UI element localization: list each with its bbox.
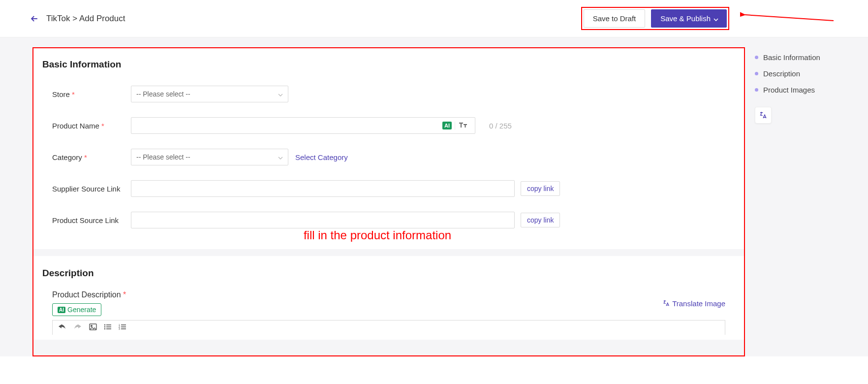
supplier-source-input[interactable] bbox=[131, 180, 515, 197]
svg-point-4 bbox=[104, 324, 106, 326]
annotation-arrow bbox=[740, 9, 838, 29]
ai-icon[interactable]: AI bbox=[442, 122, 452, 129]
svg-point-3 bbox=[91, 325, 93, 327]
category-select[interactable]: -- Please select -- bbox=[131, 149, 288, 165]
back-arrow-icon[interactable] bbox=[30, 14, 39, 24]
nav-dot-icon bbox=[755, 88, 758, 92]
category-label: Category * bbox=[42, 153, 131, 161]
translate-image-link[interactable]: Translate Image bbox=[662, 299, 725, 308]
svg-rect-5 bbox=[106, 324, 111, 325]
numbered-list-icon[interactable]: 123 bbox=[119, 323, 126, 332]
chevron-down-icon bbox=[713, 14, 717, 23]
product-name-label: Product Name * bbox=[42, 122, 131, 130]
copy-link-button[interactable]: copy link bbox=[521, 213, 560, 227]
nav-item-basic-info[interactable]: Basic Information bbox=[755, 49, 868, 65]
generate-button[interactable]: AIGenerate bbox=[52, 303, 101, 316]
nav-dot-icon bbox=[755, 56, 758, 59]
category-select-placeholder: -- Please select -- bbox=[136, 153, 190, 161]
nav-item-description[interactable]: Description bbox=[755, 65, 868, 82]
redo-icon[interactable] bbox=[73, 323, 82, 332]
undo-icon[interactable] bbox=[58, 323, 66, 332]
translate-icon bbox=[662, 299, 670, 307]
product-description-label: Product Description * bbox=[52, 290, 126, 299]
section-title-description: Description bbox=[42, 268, 735, 279]
bullet-list-icon[interactable] bbox=[104, 323, 112, 332]
save-draft-button[interactable]: Save to Draft bbox=[584, 9, 646, 28]
svg-rect-9 bbox=[106, 328, 111, 329]
section-title-basic: Basic Information bbox=[42, 59, 735, 70]
supplier-source-label: Supplier Source Link bbox=[42, 185, 131, 193]
editor-toolbar: 123 bbox=[52, 320, 725, 335]
svg-point-6 bbox=[104, 326, 106, 328]
svg-line-1 bbox=[745, 15, 834, 21]
save-publish-label: Save & Publish bbox=[660, 14, 711, 23]
store-select-placeholder: -- Please select -- bbox=[136, 90, 190, 98]
breadcrumb: TikTok > Add Product bbox=[46, 14, 125, 24]
svg-rect-7 bbox=[106, 326, 111, 327]
store-label: Store * bbox=[42, 90, 131, 98]
copy-link-button[interactable]: copy link bbox=[521, 181, 560, 196]
nav-dot-icon bbox=[755, 72, 758, 75]
translate-float-button[interactable] bbox=[755, 107, 772, 124]
product-name-input-wrap: AI bbox=[131, 117, 475, 134]
text-size-icon[interactable] bbox=[455, 122, 471, 130]
svg-rect-11 bbox=[121, 324, 126, 325]
product-name-input[interactable] bbox=[135, 122, 440, 129]
chevron-down-icon bbox=[278, 90, 283, 98]
svg-rect-13 bbox=[121, 326, 126, 327]
image-icon[interactable] bbox=[89, 323, 97, 332]
translate-icon bbox=[759, 111, 768, 120]
save-publish-button[interactable]: Save & Publish bbox=[651, 9, 727, 28]
svg-point-8 bbox=[104, 328, 106, 330]
chevron-down-icon bbox=[278, 153, 283, 161]
product-source-input[interactable] bbox=[131, 212, 515, 228]
store-select[interactable]: -- Please select -- bbox=[131, 86, 288, 102]
svg-text:3: 3 bbox=[119, 327, 120, 330]
annotation-buttons-highlight: Save to Draft Save & Publish bbox=[581, 7, 729, 30]
char-count: 0 / 255 bbox=[489, 122, 512, 130]
svg-rect-15 bbox=[121, 328, 126, 329]
select-category-link[interactable]: Select Category bbox=[295, 153, 348, 161]
product-source-label: Product Source Link bbox=[42, 216, 131, 224]
nav-item-product-images[interactable]: Product Images bbox=[755, 82, 868, 98]
ai-icon: AI bbox=[58, 307, 65, 313]
